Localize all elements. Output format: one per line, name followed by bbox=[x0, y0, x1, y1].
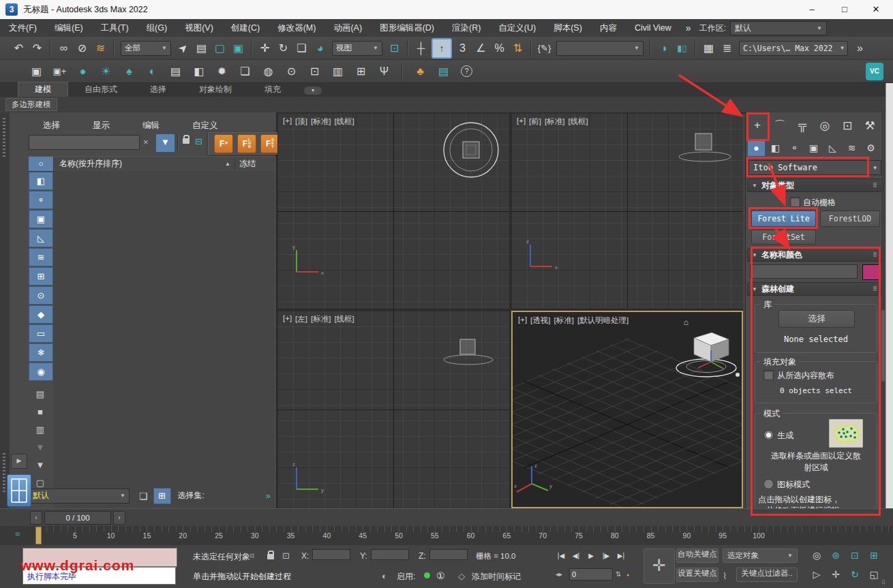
utilities-tab[interactable]: ⚒ bbox=[861, 115, 879, 136]
menu-item-文件(F)[interactable]: 文件(F) bbox=[0, 19, 46, 37]
viewport-left-label-0[interactable]: [+] bbox=[283, 314, 292, 324]
select-and-place-icon[interactable]: ◕ bbox=[311, 39, 329, 57]
snaps-toggle-icon[interactable]: ↑ bbox=[432, 38, 452, 59]
current-frame-field[interactable] bbox=[569, 568, 613, 581]
footer-overflow-chevron[interactable]: » bbox=[266, 491, 271, 501]
rollout-name-color[interactable]: ▼ 名称和颜色 ⠿ bbox=[747, 248, 883, 262]
menu-item-视图(V)[interactable]: 视图(V) bbox=[176, 19, 222, 37]
list-settings-icon[interactable]: ▤ bbox=[434, 62, 453, 80]
viewport-persp-label-0[interactable]: [+] bbox=[518, 315, 527, 326]
forest-pack-filter-button[interactable]: FP bbox=[214, 134, 233, 153]
display-visibility-icon[interactable]: ◉ bbox=[29, 362, 53, 381]
spacewarps-category-icon[interactable]: ≋ bbox=[843, 139, 861, 157]
absolute-offset-toggle-icon[interactable]: ⊡ bbox=[282, 551, 290, 561]
ribbon-tab-选择[interactable]: 选择 bbox=[134, 82, 183, 97]
rect-selection-region-icon[interactable]: ▢ bbox=[211, 39, 229, 57]
explorer-list-area[interactable] bbox=[53, 171, 275, 526]
object-name-field[interactable] bbox=[750, 264, 858, 279]
unlink-selection-icon[interactable]: ⊘ bbox=[73, 39, 91, 57]
goblet-icon[interactable]: Ψ bbox=[375, 62, 393, 80]
object-color-swatch[interactable] bbox=[862, 264, 880, 280]
viewport-persp-label-1[interactable]: [透视] bbox=[530, 315, 550, 326]
spinner-snap-icon[interactable]: ⇅ bbox=[509, 39, 527, 57]
undo-icon[interactable]: ↶ bbox=[10, 39, 28, 57]
viewport-persp-label-2[interactable]: [标准] bbox=[554, 315, 574, 326]
window-icon[interactable]: ⊡ bbox=[305, 62, 324, 80]
viewport-front-label-2[interactable]: [标准] bbox=[545, 117, 564, 127]
tree-card-icon[interactable]: ◧ bbox=[190, 62, 208, 80]
icon-mode-radio[interactable] bbox=[763, 479, 774, 489]
viewport-persp-label-3[interactable]: [默认明暗处理] bbox=[577, 315, 629, 326]
select-object-icon[interactable]: ➤ bbox=[174, 39, 192, 57]
material-square-icon[interactable]: ■ bbox=[29, 403, 52, 420]
autogrid-checkbox[interactable] bbox=[790, 197, 800, 207]
display-helpers-icon[interactable]: ◺ bbox=[29, 229, 53, 247]
go-to-end-button[interactable]: ▶| bbox=[614, 548, 628, 562]
frame-spinner[interactable]: ⇅ bbox=[616, 570, 621, 578]
go-to-start-button[interactable]: |◀ bbox=[554, 548, 568, 562]
time-tag-icon[interactable]: ◇ bbox=[458, 571, 465, 581]
menu-item-组(G)[interactable]: 组(G) bbox=[138, 19, 177, 37]
display-shapes-icon[interactable]: ◧ bbox=[29, 172, 53, 190]
z-coordinate-field[interactable] bbox=[429, 549, 468, 560]
viewport-top[interactable]: [+][顶][标准][线框] yx bbox=[277, 113, 509, 309]
scene-object-cube-front[interactable] bbox=[673, 125, 739, 174]
selected-filter-dropdown[interactable]: 选定对象▼ bbox=[723, 548, 798, 563]
row-type-column-header[interactable]: ○ bbox=[29, 157, 54, 171]
frozen-column-header[interactable]: 冻结 bbox=[234, 158, 275, 170]
menu-item-工具(T)[interactable]: 工具(T) bbox=[92, 19, 138, 37]
viewcube-home-icon[interactable]: ⌂ bbox=[684, 318, 688, 327]
named-sets-dropdown[interactable]: ▼ bbox=[556, 41, 644, 56]
viewport-left-label-3[interactable]: [线框] bbox=[334, 314, 354, 324]
time-slider-display[interactable]: 0 / 100 bbox=[44, 511, 111, 525]
fire-icon[interactable]: ✹ bbox=[213, 62, 231, 80]
menu-item-动画(A)[interactable]: 动画(A) bbox=[324, 19, 371, 37]
plant-trees-icon[interactable]: ♣ bbox=[411, 62, 429, 80]
scrollbar-thumb[interactable] bbox=[881, 310, 885, 382]
shapes-category-icon[interactable]: ◧ bbox=[766, 139, 785, 157]
menu-item-修改器(M)[interactable]: 修改器(M) bbox=[269, 19, 324, 37]
light-icon[interactable]: ● bbox=[74, 62, 92, 80]
generate-radio[interactable] bbox=[763, 430, 774, 440]
selection-filter-dropdown[interactable]: 全部▼ bbox=[121, 41, 171, 56]
time-slider-handle[interactable] bbox=[35, 527, 42, 544]
selection-lock-icon[interactable] bbox=[267, 554, 274, 559]
name-column-header[interactable]: 名称(按升序排序) bbox=[54, 158, 225, 170]
hierarchy-tab[interactable]: ╦ bbox=[793, 115, 811, 136]
selection-set-hierarchy-icon[interactable]: ⊞ bbox=[153, 488, 171, 504]
render-frame-icon[interactable]: ▥ bbox=[329, 62, 347, 80]
mirror-icon[interactable]: ◑ bbox=[654, 39, 673, 57]
window-resize-grip[interactable]: ⠿ bbox=[881, 579, 887, 586]
select-and-rotate-icon[interactable]: ↻ bbox=[274, 39, 292, 57]
snap-cross-icon[interactable]: ┼ bbox=[412, 39, 430, 57]
filter-config-icon[interactable]: ▼ bbox=[29, 439, 52, 455]
note-list-icon[interactable]: ▥ bbox=[29, 421, 52, 437]
search-input[interactable] bbox=[29, 135, 140, 150]
bitmap-stack-icon[interactable]: ❏ bbox=[236, 62, 254, 80]
forest-set-button[interactable]: ForestSet bbox=[751, 230, 816, 245]
ribbon-tab-填充[interactable]: 填充 bbox=[248, 82, 297, 97]
menu-item-创建(C)[interactable]: 创建(C) bbox=[222, 19, 269, 37]
clear-search-icon[interactable]: × bbox=[143, 137, 149, 147]
forest-lod-filter-button[interactable]: FLOD bbox=[237, 134, 256, 153]
rollout-forest-creation[interactable]: ▼ 森林创建 ⠿ bbox=[747, 282, 883, 296]
menu-overflow-chevron[interactable]: » bbox=[680, 22, 697, 33]
viewport-front-label-1[interactable]: [前] bbox=[529, 117, 541, 127]
explorer-menu-选择[interactable]: 选择 bbox=[34, 117, 69, 134]
add-camera-icon[interactable]: ▣+ bbox=[50, 62, 69, 80]
redo-icon[interactable]: ↷ bbox=[28, 39, 46, 57]
snap-3d-icon[interactable]: 3 bbox=[453, 39, 472, 57]
idea-bulb-icon[interactable]: ⊙ bbox=[282, 62, 301, 80]
dock-handle[interactable] bbox=[3, 118, 5, 159]
menu-item-自定义(U)[interactable]: 自定义(U) bbox=[489, 19, 545, 37]
library-select-button[interactable]: 选择 bbox=[778, 310, 855, 328]
panel-scrollbar[interactable] bbox=[881, 112, 885, 516]
display-lights-icon[interactable]: ⚬ bbox=[29, 191, 53, 209]
pan-hand-icon[interactable]: ✛ bbox=[829, 568, 843, 581]
display-spacewarps-icon[interactable]: ≋ bbox=[29, 248, 53, 266]
prev-frame-button[interactable]: ◀| bbox=[569, 548, 583, 562]
ribbon-tab-对象绘制[interactable]: 对象绘制 bbox=[183, 82, 248, 97]
add-time-tag-label[interactable]: 添加时间标记 bbox=[472, 571, 521, 583]
timeline-ruler[interactable]: 0510152025303540455055606570758085909510… bbox=[0, 526, 893, 546]
forest-update-icon[interactable]: ◐ bbox=[143, 62, 162, 80]
